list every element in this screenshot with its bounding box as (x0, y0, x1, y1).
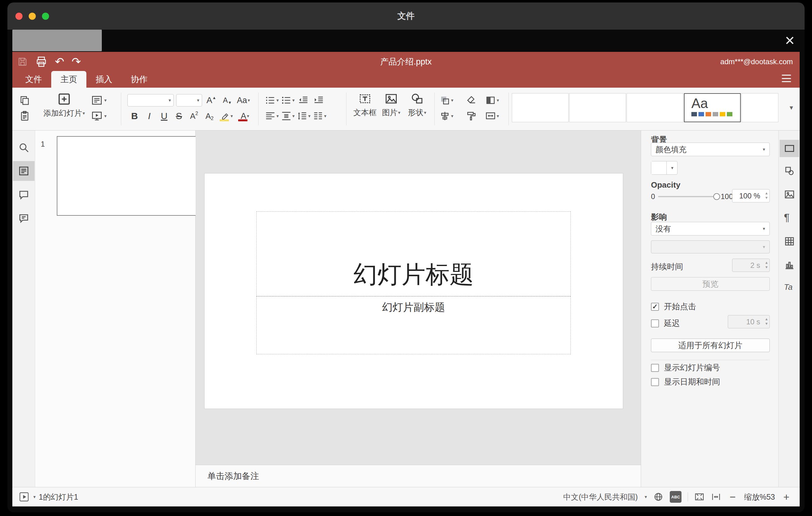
arrange-shapes-button[interactable]: ▾ (439, 93, 454, 107)
spinner-up-icon[interactable]: ▴ (765, 317, 767, 321)
theme-option-5[interactable] (741, 93, 778, 122)
horizontal-align-button[interactable]: ▾ (265, 109, 279, 123)
shape-settings-icon[interactable] (784, 165, 795, 176)
theme-option-3[interactable] (627, 93, 683, 122)
slide-size-button[interactable]: ▾ (485, 109, 499, 123)
bold-button[interactable]: B (127, 109, 142, 123)
line-spacing-button[interactable]: ▾ (296, 109, 311, 123)
italic-button[interactable]: I (142, 109, 156, 123)
superscript-base: A (190, 111, 195, 121)
chevron-down-icon: ▾ (451, 113, 454, 119)
clear-style-button[interactable] (465, 93, 478, 107)
paste-button[interactable] (18, 109, 31, 123)
decrease-indent-button[interactable] (296, 93, 310, 107)
subtitle-placeholder[interactable]: 幻灯片副标题 (256, 296, 571, 354)
duration-input[interactable]: 2 s ▴▾ (732, 259, 770, 272)
background-fill-select[interactable]: 颜色填充 ▾ (651, 143, 770, 156)
background-color-picker[interactable]: ▾ (651, 161, 677, 175)
apply-to-all-slides-button[interactable]: 适用于所有幻灯片 (651, 339, 770, 352)
spinner-up-icon[interactable]: ▴ (765, 260, 767, 265)
spellcheck-toggle[interactable]: ABC (670, 491, 682, 503)
insert-image-button[interactable]: 图片▾ (378, 92, 404, 118)
chart-settings-icon[interactable] (784, 259, 795, 270)
slide-layout-button[interactable] (90, 93, 104, 107)
slide-thumbnail[interactable] (57, 136, 196, 216)
opacity-slider-knob[interactable] (713, 193, 720, 200)
columns-button[interactable]: ▾ (313, 109, 327, 123)
title-placeholder[interactable]: 幻灯片标题 (256, 211, 571, 296)
delay-checkbox[interactable] (651, 319, 659, 327)
change-case-button[interactable]: Aa▾ (237, 93, 250, 107)
fit-to-width-icon[interactable] (711, 492, 721, 502)
preview-button[interactable]: 预览 (651, 277, 770, 291)
zoom-in-button[interactable]: + (781, 491, 792, 503)
add-slide-button[interactable]: 添加幻灯片▾ (43, 92, 85, 118)
fit-to-slide-icon[interactable] (694, 492, 705, 502)
start-slideshow-status-button[interactable] (19, 491, 30, 503)
close-icon[interactable]: × (781, 30, 799, 50)
vertical-align-button[interactable]: ▾ (281, 109, 295, 123)
superscript-button[interactable]: A 2 (187, 109, 201, 123)
bullet-list-button[interactable]: ▾ (265, 93, 279, 107)
image-settings-icon[interactable] (784, 189, 795, 200)
theme-option-2[interactable] (569, 93, 626, 122)
spinner-up-icon[interactable]: ▴ (765, 191, 767, 195)
copy-button[interactable] (18, 93, 31, 107)
underline-button[interactable]: U (157, 109, 171, 123)
spinner-down-icon[interactable]: ▾ (765, 265, 767, 269)
search-icon[interactable] (18, 142, 30, 153)
decrease-font-button[interactable]: A▼ (221, 93, 234, 107)
theme-option-selected[interactable]: Aa (684, 93, 741, 122)
paragraph-settings-icon[interactable]: ¶ (784, 211, 789, 224)
notes-area[interactable]: 单击添加备注 (196, 465, 641, 487)
feedback-icon[interactable] (18, 212, 30, 224)
tab-insert[interactable]: 插入 (86, 71, 121, 88)
chevron-down-icon[interactable]: ▾ (33, 494, 36, 500)
color-scheme-button[interactable]: ▾ (485, 93, 499, 107)
language-selector[interactable]: 中文(中华人民共和国) (563, 492, 638, 502)
spinner-down-icon[interactable]: ▾ (765, 321, 767, 326)
theme-gallery-expand-button[interactable]: ▾ (784, 93, 798, 122)
font-name-input[interactable]: ▾ (127, 94, 174, 107)
tab-home[interactable]: 主页 (51, 71, 86, 88)
spinner-down-icon[interactable]: ▾ (765, 195, 767, 200)
transition-variant-select[interactable]: ▾ (651, 240, 770, 253)
status-divider (688, 492, 688, 501)
window-title: 文件 (7, 2, 805, 30)
strikethrough-button[interactable]: S (172, 109, 186, 123)
document-title: 产品介绍.pptx (12, 54, 800, 69)
chevron-down-icon: ▾ (763, 226, 765, 231)
table-settings-icon[interactable] (784, 236, 795, 247)
numbered-list-button[interactable]: ▾ (281, 93, 295, 107)
transition-effect-select[interactable]: 没有 ▾ (651, 222, 770, 235)
font-color-button[interactable]: A ▾ (236, 109, 254, 123)
opacity-value-input[interactable]: 100 % ▴▾ (732, 189, 770, 202)
show-date-time-row: 显示日期和时间 (651, 376, 720, 387)
align-shapes-button[interactable]: ▾ (439, 109, 454, 123)
theme-option-1[interactable] (512, 93, 569, 122)
globe-icon[interactable] (653, 492, 664, 502)
slides-panel-icon[interactable] (18, 165, 30, 177)
increase-font-button[interactable]: A▲ (205, 93, 218, 107)
start-on-click-checkbox[interactable]: ✓ (651, 303, 659, 311)
tab-file[interactable]: 文件 (16, 71, 51, 88)
menu-icon[interactable] (782, 75, 791, 82)
slide-settings-icon[interactable] (784, 143, 795, 154)
show-slide-number-checkbox[interactable] (651, 364, 659, 372)
delay-input[interactable]: 10 s ▴▾ (728, 315, 770, 328)
start-slideshow-button[interactable] (90, 109, 104, 123)
insert-shape-button[interactable]: 形状▾ (404, 92, 430, 118)
show-date-time-checkbox[interactable] (651, 378, 659, 386)
slide-canvas[interactable]: 幻灯片标题 幻灯片副标题 (205, 173, 623, 409)
font-size-input[interactable]: ▾ (176, 94, 202, 107)
textart-settings-icon[interactable]: Ta (784, 282, 792, 292)
highlight-color-button[interactable]: ▾ (218, 109, 235, 123)
comments-icon[interactable] (18, 189, 30, 201)
insert-textbox-button[interactable]: 文本框 (352, 92, 378, 118)
zoom-out-button[interactable]: − (727, 491, 738, 503)
increase-indent-button[interactable] (312, 93, 325, 107)
subscript-button[interactable]: A 2 (202, 109, 217, 123)
tab-collaboration[interactable]: 协作 (121, 71, 157, 88)
copy-style-button[interactable] (465, 109, 478, 123)
opacity-slider-track[interactable] (658, 196, 719, 197)
